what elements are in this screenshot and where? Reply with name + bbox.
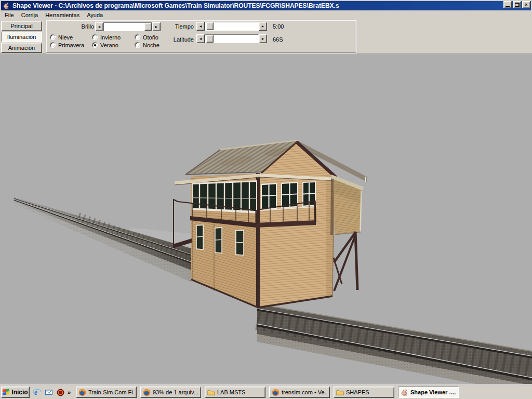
menu-herramientas[interactable]: Herramientas <box>42 11 83 19</box>
taskbar-button-label: 93% de 1 arquiv... <box>153 389 198 395</box>
brillo-scroll-right-button[interactable]: ► <box>152 22 161 31</box>
firefox-icon <box>143 389 151 396</box>
radio-primavera[interactable]: Primavera <box>50 42 84 48</box>
latitude-scroll-left-button[interactable]: ◄ <box>196 34 205 43</box>
tiempo-scrollbar-thumb[interactable] <box>206 22 214 30</box>
radio-otono-circle <box>135 34 140 40</box>
tiempo-label: Tiempo <box>168 23 194 30</box>
taskbar-button-shapes[interactable]: SHAPES <box>334 387 394 398</box>
taskbar-button-label: Shape Viewer -... <box>410 389 456 395</box>
brillo-scroll-track[interactable] <box>103 22 152 31</box>
taskbar: Inicio e » Train-Sim.Com Fi... 93% de 1 … <box>0 384 532 399</box>
title-bar[interactable]: Shape Viewer - C:\Archivos de programa\M… <box>1 1 531 10</box>
minimize-button[interactable] <box>503 1 512 8</box>
upper-window-band <box>192 180 257 214</box>
latitude-scroll-track[interactable] <box>205 34 259 43</box>
menu-ayuda[interactable]: Ayuda <box>83 11 107 19</box>
quick-launch-more-icon[interactable]: » <box>68 389 71 395</box>
taskbar-button-download[interactable]: 93% de 1 arquiv... <box>140 387 201 398</box>
menu-bar: File Corrija Herramientas Ayuda <box>1 10 531 19</box>
latitude-label: Latitude <box>168 36 194 43</box>
radio-nieve-label: Nieve <box>58 34 73 41</box>
3d-viewport[interactable] <box>0 54 532 384</box>
front-windows <box>260 181 317 210</box>
tab-iluminacion[interactable]: Iluminación <box>1 32 42 42</box>
firefox-icon <box>78 389 86 396</box>
radio-noche-label: Noche <box>143 42 159 48</box>
taskbar-button-trainsim[interactable]: Train-Sim.Com Fi... <box>76 387 137 398</box>
close-icon: × <box>525 3 527 7</box>
taskbar-button-label: SHAPES <box>346 389 369 395</box>
latitude-scrollbar: ◄ ► <box>196 34 267 43</box>
quick-launch-bar: e » <box>33 387 71 398</box>
menu-file[interactable]: File <box>1 11 18 19</box>
lighting-groupbox: Brillo ◄ ► Nieve Invierno Otoño <box>46 20 356 53</box>
latitude-scroll-right-button[interactable]: ► <box>259 34 267 43</box>
radio-noche[interactable]: Noche <box>135 42 159 48</box>
tiempo-scroll-right-button[interactable]: ► <box>259 22 267 31</box>
radio-nieve[interactable]: Nieve <box>50 34 73 41</box>
shape-viewer-window: Shape Viewer - C:\Archivos de programa\M… <box>0 0 532 399</box>
radio-invierno[interactable]: Invierno <box>92 34 121 41</box>
radio-nieve-circle <box>50 34 56 40</box>
scroll-right-icon: ► <box>261 24 265 28</box>
signal-box-model <box>173 140 367 308</box>
latitude-scrollbar-thumb[interactable] <box>206 35 214 43</box>
scene-signal-box <box>0 54 532 384</box>
taskbar-button-labmsts[interactable]: LAB MSTS <box>205 387 265 398</box>
radio-verano-label: Verano <box>100 42 118 48</box>
minimize-icon <box>506 6 510 7</box>
tiempo-scrollbar: ◄ ► <box>196 22 267 31</box>
shape-viewer-app-icon <box>2 2 10 9</box>
scroll-left-icon: ◄ <box>199 24 203 28</box>
tiempo-scroll-track[interactable] <box>205 22 259 31</box>
windows-logo-icon <box>3 389 10 395</box>
restore-button[interactable] <box>513 1 521 8</box>
taskbar-button-label: LAB MSTS <box>217 389 245 395</box>
radio-invierno-circle <box>92 34 98 40</box>
brillo-label: Brillo <box>64 23 94 30</box>
radio-verano-circle-selected <box>92 42 98 48</box>
latitude-value: 66S <box>273 36 294 43</box>
tab-principal[interactable]: Principal <box>1 21 42 31</box>
radio-primavera-label: Primavera <box>58 42 84 48</box>
folder-icon <box>336 389 344 396</box>
radio-otono-label: Otoño <box>143 34 158 41</box>
shape-viewer-icon <box>401 389 408 396</box>
radio-verano[interactable]: Verano <box>92 42 118 48</box>
start-button[interactable]: Inicio <box>1 387 30 398</box>
scroll-left-icon: ◄ <box>199 37 203 41</box>
taskbar-button-label: trensim.com • Ve... <box>282 389 327 395</box>
tiempo-value: 5:00 <box>273 23 294 30</box>
taskbar-button-trensim[interactable]: trensim.com • Ve... <box>269 387 330 398</box>
radio-primavera-circle <box>50 42 56 48</box>
scroll-left-icon: ◄ <box>98 25 101 29</box>
outlook-express-icon[interactable] <box>45 388 53 396</box>
scroll-right-icon: ► <box>155 25 158 29</box>
restore-icon <box>515 3 520 7</box>
menu-corrija[interactable]: Corrija <box>18 11 42 19</box>
window-title: Shape Viewer - C:\Archivos de programa\M… <box>12 2 339 9</box>
radio-otono[interactable]: Otoño <box>135 34 158 41</box>
toolbar-panel: Principal Iluminación Animación Brillo ◄… <box>0 19 532 54</box>
red-app-icon[interactable] <box>56 388 64 396</box>
scroll-right-icon: ► <box>261 37 265 41</box>
radio-invierno-label: Invierno <box>100 34 121 41</box>
brillo-scrollbar: ◄ ► <box>95 22 161 31</box>
taskbar-button-label: Train-Sim.Com Fi... <box>88 389 134 395</box>
folder-icon <box>207 389 215 396</box>
radio-noche-circle <box>135 42 140 48</box>
internet-explorer-icon[interactable]: e <box>33 388 42 396</box>
tab-animacion[interactable]: Animación <box>1 43 42 53</box>
start-button-label: Inicio <box>11 389 28 396</box>
brillo-scrollbar-thumb[interactable] <box>144 23 152 31</box>
brillo-scroll-left-button[interactable]: ◄ <box>95 22 103 31</box>
tiempo-scroll-left-button[interactable]: ◄ <box>196 22 205 31</box>
firefox-icon <box>272 389 280 396</box>
taskbar-button-shape-viewer[interactable]: Shape Viewer -... <box>398 387 459 398</box>
close-button[interactable]: × <box>522 1 530 8</box>
